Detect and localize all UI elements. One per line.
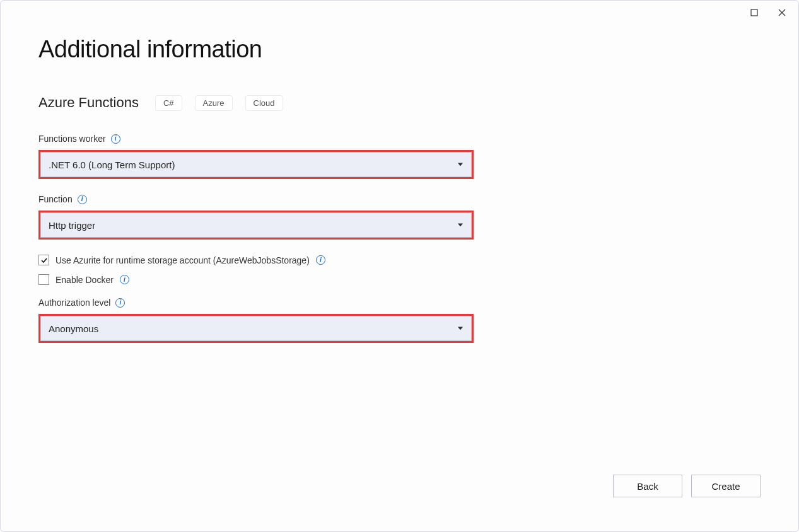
functions-worker-label-row: Functions worker i xyxy=(38,134,474,144)
project-type-label: Azure Functions xyxy=(38,95,139,111)
info-icon[interactable]: i xyxy=(316,255,325,265)
enable-docker-checkbox[interactable] xyxy=(38,274,49,285)
function-select[interactable]: Http trigger xyxy=(40,212,472,238)
create-button[interactable]: Create xyxy=(691,475,761,497)
info-icon[interactable]: i xyxy=(78,195,87,204)
auth-level-select-wrap: Anonymous xyxy=(38,314,474,343)
back-button[interactable]: Back xyxy=(613,475,682,497)
use-azurite-label: Use Azurite for runtime storage account … xyxy=(55,255,310,265)
use-azurite-checkbox[interactable] xyxy=(38,255,49,265)
page-title: Additional information xyxy=(38,36,761,63)
enable-docker-label: Enable Docker xyxy=(55,275,114,285)
close-icon xyxy=(778,9,786,16)
svg-rect-0 xyxy=(751,9,757,16)
auth-level-label: Authorization level xyxy=(38,298,110,308)
footer: Back Create xyxy=(38,475,761,516)
auth-level-value: Anonymous xyxy=(49,323,98,334)
enable-docker-row: Enable Docker i xyxy=(38,274,474,285)
functions-worker-select-wrap: .NET 6.0 (Long Term Support) xyxy=(38,150,474,179)
window-controls xyxy=(740,1,798,22)
functions-worker-label: Functions worker xyxy=(38,134,106,144)
tag-cloud: Cloud xyxy=(245,95,283,111)
tag-azure: Azure xyxy=(195,95,233,111)
info-icon[interactable]: i xyxy=(111,134,120,144)
close-button[interactable] xyxy=(768,3,796,22)
auth-level-select[interactable]: Anonymous xyxy=(40,316,472,341)
tag-csharp: C# xyxy=(155,95,182,111)
function-select-wrap: Http trigger xyxy=(38,211,474,240)
auth-level-label-row: Authorization level i xyxy=(38,298,474,308)
maximize-icon xyxy=(750,9,758,16)
function-value: Http trigger xyxy=(49,220,95,231)
functions-worker-value: .NET 6.0 (Long Term Support) xyxy=(49,159,175,170)
function-label-row: Function i xyxy=(38,194,474,204)
form: Functions worker i .NET 6.0 (Long Term S… xyxy=(38,134,474,358)
checkmark-icon xyxy=(40,257,48,264)
info-icon[interactable]: i xyxy=(120,275,129,284)
info-icon[interactable]: i xyxy=(115,298,125,308)
dialog-content: Additional information Azure Functions C… xyxy=(1,1,798,531)
use-azurite-row: Use Azurite for runtime storage account … xyxy=(38,255,474,265)
function-label: Function xyxy=(38,194,73,204)
maximize-button[interactable] xyxy=(740,3,768,22)
functions-worker-select[interactable]: .NET 6.0 (Long Term Support) xyxy=(40,152,472,177)
subheader: Azure Functions C# Azure Cloud xyxy=(38,95,761,111)
